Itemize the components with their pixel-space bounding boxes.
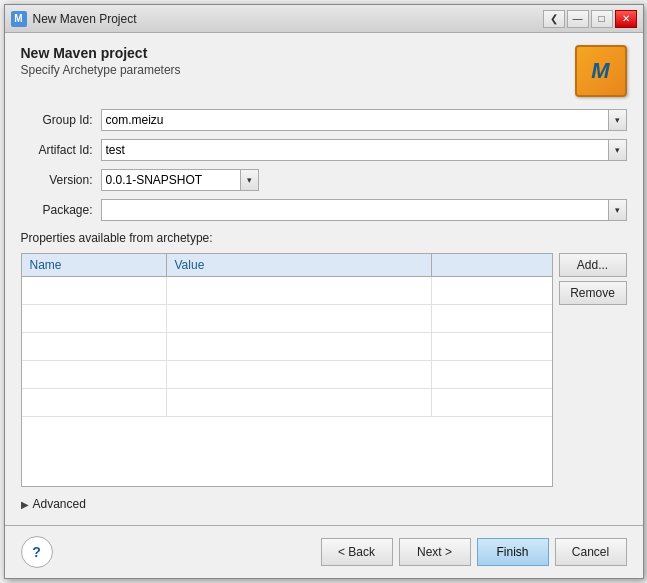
table-row [22,389,552,417]
table-cell-value [167,277,432,304]
version-row: Version: ▾ [21,169,627,191]
table-cell-extra [432,277,552,304]
header-section: New Maven project Specify Archetype para… [21,45,627,97]
window-icon: M [11,11,27,27]
group-id-dropdown-arrow[interactable]: ▾ [609,109,627,131]
table-cell-name [22,333,167,360]
page-subtitle: Specify Archetype parameters [21,63,181,77]
properties-label: Properties available from archetype: [21,231,627,245]
content-area: New Maven project Specify Archetype para… [5,33,643,525]
add-button[interactable]: Add... [559,253,627,277]
table-cell-name [22,389,167,416]
cancel-button[interactable]: Cancel [555,538,627,566]
back-button[interactable]: ❮ [543,10,565,28]
finish-button[interactable]: Finish [477,538,549,566]
advanced-arrow-icon: ▶ [21,499,29,510]
title-bar-left: M New Maven Project [11,11,137,27]
table-cell-name [22,277,167,304]
table-row [22,361,552,389]
advanced-section[interactable]: ▶ Advanced [21,495,627,513]
footer: ? < Back Next > Finish Cancel [5,525,643,578]
footer-buttons: < Back Next > Finish Cancel [321,538,627,566]
package-input-wrapper: ▾ [101,199,627,221]
main-window: M New Maven Project ❮ — □ ✕ New Maven pr… [4,4,644,579]
package-dropdown-arrow[interactable]: ▾ [609,199,627,221]
version-input-wrapper: ▾ [101,169,259,191]
properties-table: Name Value [21,253,553,487]
table-section: Name Value [21,253,627,487]
group-id-input-wrapper: ▾ [101,109,627,131]
window-title: New Maven Project [33,12,137,26]
package-label: Package: [21,203,93,217]
table-row [22,277,552,305]
header-text: New Maven project Specify Archetype para… [21,45,181,77]
artifact-id-label: Artifact Id: [21,143,93,157]
help-button[interactable]: ? [21,536,53,568]
maven-logo: M [575,45,627,97]
table-cell-value [167,333,432,360]
minimize-button[interactable]: — [567,10,589,28]
table-buttons: Add... Remove [559,253,627,487]
help-icon: ? [32,544,41,560]
table-cell-value [167,305,432,332]
table-header: Name Value [22,254,552,277]
package-row: Package: ▾ [21,199,627,221]
table-cell-value [167,361,432,388]
maximize-button[interactable]: □ [591,10,613,28]
artifact-id-input-wrapper: ▾ [101,139,627,161]
table-cell-extra [432,389,552,416]
next-button[interactable]: Next > [399,538,471,566]
table-cell-extra [432,361,552,388]
table-row [22,305,552,333]
table-cell-name [22,361,167,388]
back-nav-button[interactable]: < Back [321,538,393,566]
version-dropdown-arrow[interactable]: ▾ [241,169,259,191]
table-cell-name [22,305,167,332]
artifact-id-dropdown-arrow[interactable]: ▾ [609,139,627,161]
version-label: Version: [21,173,93,187]
col-extra-header [432,254,552,276]
col-name-header: Name [22,254,167,276]
close-button[interactable]: ✕ [615,10,637,28]
title-bar: M New Maven Project ❮ — □ ✕ [5,5,643,33]
artifact-id-input[interactable] [101,139,609,161]
table-row [22,333,552,361]
group-id-label: Group Id: [21,113,93,127]
table-cell-extra [432,305,552,332]
page-title: New Maven project [21,45,181,61]
package-input[interactable] [101,199,609,221]
table-body [22,277,552,486]
group-id-row: Group Id: ▾ [21,109,627,131]
table-cell-extra [432,333,552,360]
version-input[interactable] [101,169,241,191]
group-id-input[interactable] [101,109,609,131]
advanced-label: Advanced [33,497,86,511]
col-value-header: Value [167,254,432,276]
remove-button[interactable]: Remove [559,281,627,305]
artifact-id-row: Artifact Id: ▾ [21,139,627,161]
title-bar-buttons: ❮ — □ ✕ [543,10,637,28]
table-cell-value [167,389,432,416]
